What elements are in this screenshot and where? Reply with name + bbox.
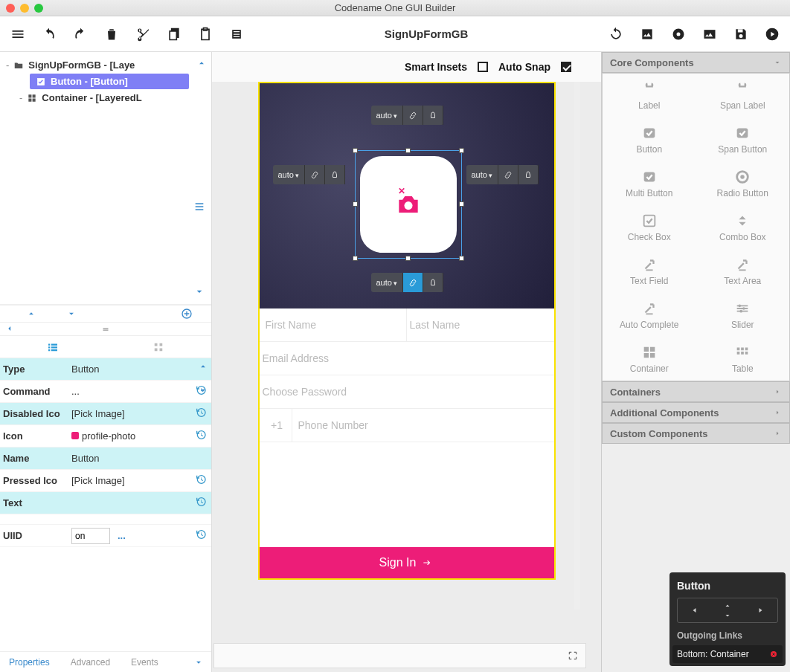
redo-icon[interactable] — [73, 27, 88, 42]
delete-icon[interactable] — [104, 27, 119, 42]
prop-row[interactable]: Disabled Ico [Pick Image] — [0, 403, 211, 425]
component-slider[interactable]: Slider — [696, 293, 790, 337]
section-label: Containers — [610, 387, 661, 398]
tree-label: SignUpFormGB - [Laye — [28, 59, 135, 71]
component-multi-button[interactable]: Multi Button — [603, 161, 696, 205]
play-icon[interactable] — [765, 27, 780, 42]
component-grid: LabelSpan LabelButtonSpan ButtonMulti Bu… — [602, 73, 790, 381]
refresh-icon[interactable] — [608, 27, 623, 42]
last-name-field[interactable]: Last Name — [407, 308, 551, 341]
selection-box[interactable] — [355, 150, 462, 259]
arrow-right-icon — [420, 558, 434, 568]
section-core[interactable]: Core Components — [602, 52, 790, 73]
tree-item-container[interactable]: - Container - [LayeredL — [0, 89, 211, 106]
phone-field[interactable]: Phone Number — [292, 419, 368, 431]
tree-collapse-bar[interactable] — [0, 305, 211, 323]
lock-icon — [428, 278, 437, 287]
history-icon[interactable] — [195, 496, 207, 510]
tree-item-root[interactable]: - SignUpFormGB - [Laye — [0, 56, 211, 74]
caret-up-icon[interactable] — [723, 601, 732, 610]
component-label: Auto Complete — [620, 320, 678, 330]
list-icon[interactable] — [229, 27, 244, 42]
tree-up-icon[interactable] — [196, 58, 207, 68]
grid-view-tab[interactable] — [106, 336, 211, 358]
popup-link-row[interactable]: Bottom: Container — [672, 645, 783, 663]
prop-up-icon[interactable] — [198, 361, 208, 372]
password-field[interactable]: Choose Password — [260, 375, 554, 409]
close-circle-icon[interactable] — [769, 650, 778, 659]
history-icon[interactable] — [195, 529, 207, 543]
popup-nav[interactable] — [677, 598, 778, 623]
plus-circle-icon[interactable] — [181, 308, 193, 320]
uiid-input[interactable] — [71, 528, 110, 544]
prop-row[interactable]: Icon profile-photo — [0, 425, 211, 448]
component-radio-button[interactable]: Radio Button — [696, 161, 790, 205]
caret-down-icon[interactable] — [723, 611, 732, 620]
tree-item-button[interactable]: Button - [Button] — [30, 74, 189, 89]
save-icon[interactable] — [733, 27, 748, 42]
scrollbar[interactable] — [574, 82, 580, 610]
prop-down-icon[interactable] — [198, 385, 208, 395]
canvas-area[interactable]: ✕ auto — [212, 82, 601, 639]
chevron-left-icon[interactable] — [4, 323, 15, 334]
ellipsis-button[interactable]: ... — [118, 530, 126, 541]
auto-snap-checkbox[interactable] — [561, 62, 571, 72]
component-table[interactable]: Table — [696, 337, 790, 381]
expand-icon[interactable] — [568, 650, 578, 661]
component-text-field[interactable]: Text Field — [603, 249, 696, 293]
tab-advanced[interactable]: Advanced — [71, 657, 110, 668]
component-combo-box[interactable]: Combo Box — [696, 205, 790, 249]
section-containers[interactable]: Containers — [602, 381, 790, 402]
inset-right-control[interactable]: auto — [466, 165, 539, 184]
email-field[interactable]: Email Address — [260, 342, 554, 375]
prop-row[interactable]: Command ... — [0, 381, 211, 403]
history-icon[interactable] — [195, 429, 207, 443]
component-icon — [734, 213, 751, 229]
section-label: Core Components — [610, 57, 694, 68]
image-icon[interactable] — [640, 27, 655, 42]
prop-row[interactable]: Pressed Ico [Pick Image] — [0, 470, 211, 492]
prop-row[interactable]: Text — [0, 492, 211, 514]
disc-icon[interactable] — [671, 27, 686, 42]
inset-top-control[interactable]: auto — [371, 106, 444, 125]
component-text-area[interactable]: Text Area — [696, 249, 790, 293]
drag-handle[interactable] — [0, 323, 211, 336]
component-span-button[interactable]: Span Button — [696, 117, 790, 161]
history-icon[interactable] — [195, 474, 207, 488]
picture-icon[interactable] — [702, 27, 717, 42]
prop-row[interactable]: UIID ... — [0, 525, 211, 547]
country-code[interactable]: +1 — [263, 409, 292, 442]
component-span-label[interactable]: Span Label — [696, 74, 790, 117]
component-container[interactable]: Container — [603, 337, 696, 381]
component-auto-complete[interactable]: Auto Complete — [603, 293, 696, 337]
chevron-down-icon[interactable] — [193, 657, 204, 668]
paste-icon[interactable] — [198, 27, 213, 42]
tab-events[interactable]: Events — [131, 657, 158, 668]
first-name-field[interactable]: First Name — [263, 308, 407, 341]
smart-insets-checkbox[interactable] — [478, 62, 488, 72]
tree-down-icon[interactable] — [193, 285, 205, 297]
prop-row[interactable]: Type Button — [0, 358, 211, 381]
cut-icon[interactable] — [135, 27, 150, 42]
link-popup[interactable]: Button Outgoing Links Bottom: Container — [669, 572, 786, 666]
inset-bottom-control[interactable]: auto — [371, 273, 444, 292]
tab-properties[interactable]: Properties — [9, 657, 50, 668]
section-custom[interactable]: Custom Components — [602, 423, 790, 444]
lock-icon — [428, 111, 437, 120]
list-view-tab[interactable] — [0, 336, 106, 358]
skip-forward-icon[interactable] — [757, 606, 765, 615]
prop-row[interactable]: Name Button — [0, 448, 211, 470]
signin-button[interactable]: Sign In — [260, 547, 554, 578]
skip-back-icon[interactable] — [690, 606, 699, 615]
history-icon[interactable] — [195, 407, 207, 421]
copy-icon[interactable] — [167, 27, 182, 42]
component-button[interactable]: Button — [603, 117, 696, 161]
section-additional[interactable]: Additional Components — [602, 402, 790, 423]
prop-label: Text — [3, 497, 71, 508]
component-check-box[interactable]: Check Box — [603, 205, 696, 249]
inset-left-control[interactable]: auto — [273, 165, 346, 184]
undo-icon[interactable] — [42, 27, 57, 42]
component-label[interactable]: Label — [603, 74, 696, 117]
hamburger-icon[interactable] — [10, 27, 25, 42]
lines-icon[interactable] — [193, 201, 205, 213]
